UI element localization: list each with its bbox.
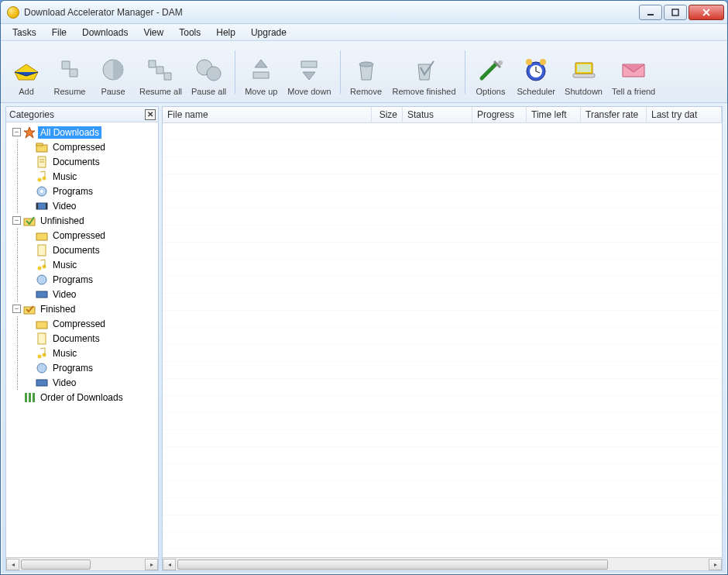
options-button[interactable]: Options bbox=[470, 46, 512, 98]
menu-downloads[interactable]: Downloads bbox=[75, 26, 135, 40]
sidebar-close-button[interactable]: ✕ bbox=[145, 109, 156, 120]
tree-label: Finished bbox=[38, 303, 77, 315]
svg-rect-35 bbox=[36, 291, 47, 298]
menu-upgrade[interactable]: Upgrade bbox=[244, 26, 294, 40]
video-icon bbox=[36, 200, 48, 212]
tree-node-documents[interactable]: Documents bbox=[8, 243, 156, 257]
scroll-thumb[interactable] bbox=[21, 560, 91, 570]
add-button[interactable]: Add bbox=[5, 46, 47, 98]
remove-label: Remove bbox=[350, 87, 382, 96]
downloads-grid: File name Size Status Progress Time left… bbox=[162, 106, 723, 571]
col-size[interactable]: Size bbox=[372, 107, 403, 122]
titlebar[interactable]: Download Accelerator Manager - DAM bbox=[1, 1, 727, 24]
tell-a-friend-button[interactable]: Tell a friend bbox=[608, 46, 659, 98]
tell-a-friend-label: Tell a friend bbox=[612, 87, 655, 96]
remove-button[interactable]: Remove bbox=[345, 46, 387, 98]
scroll-track[interactable] bbox=[19, 559, 145, 570]
close-button[interactable] bbox=[689, 5, 724, 20]
remove-finished-label: Remove finished bbox=[393, 87, 456, 96]
col-timeleft[interactable]: Time left bbox=[527, 107, 581, 122]
add-icon bbox=[11, 55, 42, 84]
svg-rect-37 bbox=[36, 322, 47, 329]
col-progress[interactable]: Progress bbox=[472, 107, 527, 122]
svg-rect-45 bbox=[33, 393, 35, 402]
tree-node-music[interactable]: Music bbox=[8, 346, 156, 360]
move-down-button[interactable]: Move down bbox=[283, 46, 335, 98]
categories-sidebar: Categories ✕ − All Downloads Compressed bbox=[5, 106, 159, 571]
toolbar-separator bbox=[465, 50, 465, 94]
scroll-thumb[interactable] bbox=[177, 560, 608, 570]
tree-node-compressed[interactable]: Compressed bbox=[8, 228, 156, 243]
scheduler-button[interactable]: Scheduler bbox=[513, 46, 560, 98]
col-filename[interactable]: File name bbox=[163, 107, 372, 122]
menu-file[interactable]: File bbox=[45, 26, 74, 40]
tree-toggle[interactable]: − bbox=[12, 216, 21, 225]
music-icon bbox=[36, 170, 48, 183]
tree-label: Documents bbox=[50, 332, 102, 345]
svg-point-22 bbox=[38, 177, 42, 181]
tree-node-compressed[interactable]: Compressed bbox=[8, 139, 156, 154]
tree-node-music[interactable]: Music bbox=[8, 257, 156, 272]
tree-label: Compressed bbox=[50, 229, 108, 242]
svg-rect-30 bbox=[36, 233, 47, 240]
tree-node-order[interactable]: Order of Downloads bbox=[8, 390, 156, 405]
svg-point-33 bbox=[43, 264, 46, 268]
tree-node-video[interactable]: Video bbox=[8, 287, 156, 301]
col-lasttry[interactable]: Last try dat bbox=[647, 107, 722, 122]
svg-marker-16 bbox=[24, 127, 35, 138]
move-up-button[interactable]: Move up bbox=[240, 46, 282, 98]
tell-a-friend-icon bbox=[618, 55, 649, 84]
svg-point-12 bbox=[540, 59, 546, 65]
svg-rect-38 bbox=[38, 333, 46, 344]
tree-node-all-downloads[interactable]: − All Downloads bbox=[8, 125, 156, 139]
maximize-button[interactable] bbox=[664, 5, 687, 20]
scroll-left-icon[interactable]: ◂ bbox=[6, 559, 19, 570]
tree-node-video[interactable]: Video bbox=[8, 375, 156, 390]
menu-view[interactable]: View bbox=[136, 26, 170, 40]
tree-node-compressed[interactable]: Compressed bbox=[8, 316, 156, 331]
remove-finished-button[interactable]: Remove finished bbox=[389, 46, 460, 98]
svg-point-34 bbox=[37, 275, 46, 284]
tree-label: Order of Downloads bbox=[38, 391, 125, 404]
svg-rect-43 bbox=[25, 393, 27, 402]
tree-node-programs[interactable]: Programs bbox=[8, 360, 156, 375]
tree-node-documents[interactable]: Documents bbox=[8, 154, 156, 169]
scroll-right-icon[interactable]: ▸ bbox=[145, 559, 158, 570]
sidebar-header: Categories ✕ bbox=[6, 107, 158, 122]
tree-toggle[interactable]: − bbox=[12, 305, 21, 313]
col-status[interactable]: Status bbox=[403, 107, 472, 122]
programs-icon bbox=[36, 185, 48, 198]
video-icon bbox=[36, 377, 48, 389]
menu-tools[interactable]: Tools bbox=[172, 26, 208, 40]
minimize-button[interactable] bbox=[639, 5, 662, 20]
svg-rect-42 bbox=[36, 380, 47, 386]
shutdown-label: Shutdown bbox=[565, 87, 603, 96]
tree-node-unfinished[interactable]: − Unfinished bbox=[8, 213, 156, 228]
svg-point-4 bbox=[207, 67, 221, 81]
shutdown-button[interactable]: Shutdown bbox=[561, 46, 606, 98]
pause-all-button[interactable]: Pause all bbox=[187, 46, 230, 98]
svg-point-8 bbox=[498, 60, 503, 65]
tree-node-programs[interactable]: Programs bbox=[8, 184, 156, 198]
col-transfer[interactable]: Transfer rate bbox=[581, 107, 647, 122]
tree-node-programs[interactable]: Programs bbox=[8, 272, 156, 287]
tree-node-documents[interactable]: Documents bbox=[8, 331, 156, 346]
sidebar-scrollbar[interactable]: ◂ ▸ bbox=[6, 557, 158, 570]
scroll-left-icon[interactable]: ◂ bbox=[163, 559, 176, 570]
window-controls bbox=[639, 5, 724, 20]
tree-node-video[interactable]: Video bbox=[8, 198, 156, 213]
menu-help[interactable]: Help bbox=[209, 26, 242, 40]
tree-node-music[interactable]: Music bbox=[8, 169, 156, 184]
svg-point-39 bbox=[38, 354, 42, 358]
resume-all-button[interactable]: Resume all bbox=[136, 46, 186, 98]
scroll-right-icon[interactable]: ▸ bbox=[709, 559, 722, 570]
svg-rect-27 bbox=[36, 203, 38, 209]
resume-button[interactable]: Resume bbox=[49, 46, 91, 98]
scroll-track[interactable] bbox=[176, 559, 709, 570]
grid-body[interactable] bbox=[163, 123, 722, 557]
menu-tasks[interactable]: Tasks bbox=[5, 26, 43, 40]
pause-button[interactable]: Pause bbox=[92, 46, 134, 98]
grid-scrollbar[interactable]: ◂ ▸ bbox=[163, 557, 722, 570]
tree-toggle[interactable]: − bbox=[12, 128, 21, 136]
tree-node-finished[interactable]: − Finished bbox=[8, 301, 156, 316]
